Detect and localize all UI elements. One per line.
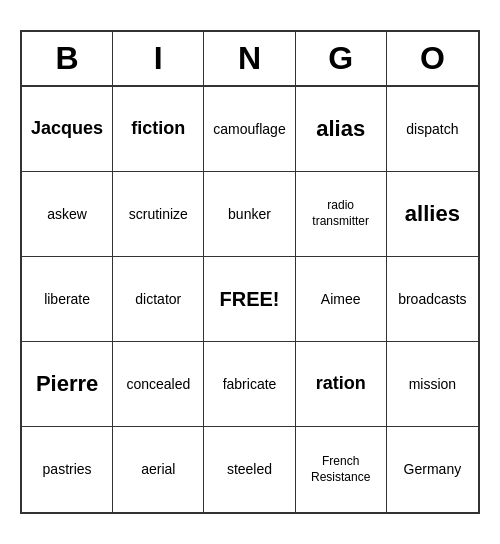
cell-text: Germany — [404, 461, 462, 478]
bingo-cell: fabricate — [204, 342, 295, 427]
header-letter: I — [113, 32, 204, 85]
cell-text: concealed — [126, 376, 190, 393]
cell-text: French Resistance — [300, 454, 382, 485]
bingo-cell: camouflage — [204, 87, 295, 172]
cell-text: steeled — [227, 461, 272, 478]
cell-text: askew — [47, 206, 87, 223]
bingo-cell: mission — [387, 342, 478, 427]
bingo-cell: radio transmitter — [296, 172, 387, 257]
bingo-cell: dictator — [113, 257, 204, 342]
bingo-cell: alias — [296, 87, 387, 172]
header-letter: N — [204, 32, 295, 85]
bingo-cell: pastries — [22, 427, 113, 512]
cell-text: radio transmitter — [300, 198, 382, 229]
cell-text: FREE! — [219, 287, 279, 311]
cell-text: allies — [405, 201, 460, 227]
cell-text: camouflage — [213, 121, 285, 138]
cell-text: aerial — [141, 461, 175, 478]
cell-text: dispatch — [406, 121, 458, 138]
bingo-cell: bunker — [204, 172, 295, 257]
bingo-cell: fiction — [113, 87, 204, 172]
bingo-cell: liberate — [22, 257, 113, 342]
cell-text: mission — [409, 376, 456, 393]
bingo-cell: concealed — [113, 342, 204, 427]
bingo-cell: Germany — [387, 427, 478, 512]
cell-text: fiction — [131, 118, 185, 140]
cell-text: pastries — [43, 461, 92, 478]
bingo-cell: Jacques — [22, 87, 113, 172]
bingo-cell: French Resistance — [296, 427, 387, 512]
bingo-cell: FREE! — [204, 257, 295, 342]
cell-text: fabricate — [223, 376, 277, 393]
bingo-cell: Pierre — [22, 342, 113, 427]
bingo-cell: broadcasts — [387, 257, 478, 342]
bingo-cell: askew — [22, 172, 113, 257]
bingo-header: BINGO — [22, 32, 478, 87]
header-letter: G — [296, 32, 387, 85]
cell-text: liberate — [44, 291, 90, 308]
bingo-cell: ration — [296, 342, 387, 427]
bingo-cell: aerial — [113, 427, 204, 512]
header-letter: B — [22, 32, 113, 85]
cell-text: dictator — [135, 291, 181, 308]
bingo-cell: scrutinize — [113, 172, 204, 257]
cell-text: Jacques — [31, 118, 103, 140]
cell-text: broadcasts — [398, 291, 466, 308]
bingo-cell: allies — [387, 172, 478, 257]
cell-text: Aimee — [321, 291, 361, 308]
cell-text: ration — [316, 373, 366, 395]
bingo-grid: Jacquesfictioncamouflagealiasdispatchask… — [22, 87, 478, 512]
bingo-cell: steeled — [204, 427, 295, 512]
cell-text: bunker — [228, 206, 271, 223]
cell-text: Pierre — [36, 371, 98, 397]
cell-text: scrutinize — [129, 206, 188, 223]
cell-text: alias — [316, 116, 365, 142]
bingo-card: BINGO Jacquesfictioncamouflagealiasdispa… — [20, 30, 480, 514]
bingo-cell: dispatch — [387, 87, 478, 172]
bingo-cell: Aimee — [296, 257, 387, 342]
header-letter: O — [387, 32, 478, 85]
